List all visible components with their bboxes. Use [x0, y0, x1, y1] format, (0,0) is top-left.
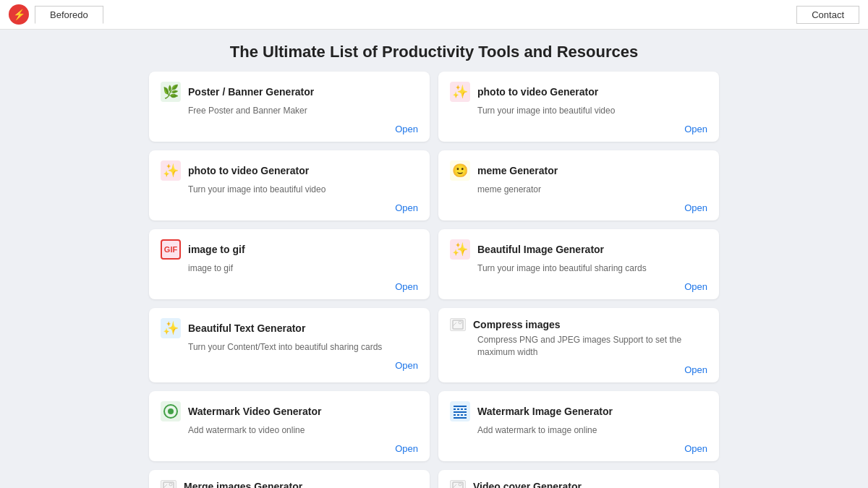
tool-icon-beautiful-text: ✨ [161, 318, 181, 338]
tool-icon-poster-banner: 🌿 [161, 82, 181, 102]
card-title-video-cover: Video cover Generator [473, 481, 582, 488]
tool-card-image-gif: GIF image to gif image to gif Open [149, 229, 430, 299]
svg-point-4 [168, 408, 174, 414]
card-header-watermark-video: Watermark Video Generator [161, 401, 418, 421]
card-open-photo-video-1[interactable]: Open [450, 121, 707, 134]
card-open-meme[interactable]: Open [450, 200, 707, 213]
card-header-photo-video-1: ✨ photo to video Generator [450, 82, 707, 102]
tools-grid: 🌿 Poster / Banner Generator Free Poster … [137, 72, 731, 488]
navbar: ⚡ Beforedo Contact [0, 0, 868, 30]
card-header-image-gif: GIF image to gif [161, 239, 418, 260]
card-title-merge-images: Merge images Generator [184, 481, 302, 488]
card-desc-image-gif: image to gif [161, 262, 418, 275]
card-desc-poster-banner: Free Poster and Banner Maker [161, 105, 418, 118]
card-desc-watermark-image: Add watermark to image online [450, 424, 707, 437]
card-header-watermark-image: Watermark Image Generator [450, 401, 707, 421]
tool-icon-photo-video-1: ✨ [450, 82, 470, 102]
card-title-beautiful-text: Beautiful Text Generator [188, 322, 305, 334]
card-open-beautiful-image[interactable]: Open [450, 278, 707, 292]
card-desc-meme: meme generator [450, 184, 707, 197]
tool-card-beautiful-image: ✨ Beautiful Image Generator Turn your im… [438, 229, 719, 299]
card-title-beautiful-image: Beautiful Image Generator [477, 244, 604, 255]
page-title: The Ultimate List of Productivity Tools … [0, 30, 868, 72]
card-title-watermark-video: Watermark Video Generator [188, 406, 321, 417]
card-header-beautiful-text: ✨ Beautiful Text Generator [161, 318, 418, 338]
tool-card-poster-banner: 🌿 Poster / Banner Generator Free Poster … [149, 72, 430, 142]
tool-card-photo-video-1: ✨ photo to video Generator Turn your ima… [438, 72, 719, 142]
card-open-photo-video-2[interactable]: Open [161, 200, 418, 213]
tool-card-beautiful-text: ✨ Beautiful Text Generator Turn your Con… [149, 308, 430, 382]
card-title-photo-video-2: photo to video Generator [188, 165, 309, 176]
tool-card-video-cover: Video cover Generator Add a thumbnail, c… [438, 470, 719, 488]
nav-tabs: Beforedo [35, 6, 103, 24]
card-title-poster-banner: Poster / Banner Generator [188, 86, 314, 98]
card-open-poster-banner[interactable]: Open [161, 121, 418, 134]
card-header-merge-images: Merge images Generator [161, 480, 418, 488]
tool-icon-meme: 🙂 [450, 160, 470, 181]
card-desc-watermark-video: Add watermark to video online [161, 424, 418, 437]
card-header-beautiful-image: ✨ Beautiful Image Generator [450, 239, 707, 260]
card-open-beautiful-text[interactable]: Open [161, 357, 418, 371]
svg-point-2 [459, 321, 461, 324]
card-title-compress-images: Compress images [473, 319, 561, 330]
card-desc-beautiful-image: Turn your image into beautiful sharing c… [450, 262, 707, 275]
svg-point-15 [459, 483, 461, 486]
card-title-meme: meme Generator [477, 165, 558, 176]
svg-point-12 [169, 483, 172, 486]
nav-contact-button[interactable]: Contact [796, 6, 859, 24]
tool-icon-compress-images [450, 318, 466, 331]
card-header-poster-banner: 🌿 Poster / Banner Generator [161, 82, 418, 102]
logo-icon[interactable]: ⚡ [9, 4, 29, 25]
tool-card-compress-images: Compress images Compress PNG and JPEG im… [438, 308, 719, 382]
tool-card-photo-video-2: ✨ photo to video Generator Turn your ima… [149, 150, 430, 221]
tool-icon-video-cover [450, 480, 466, 488]
card-header-photo-video-2: ✨ photo to video Generator [161, 160, 418, 181]
card-title-photo-video-1: photo to video Generator [477, 86, 598, 98]
card-header-compress-images: Compress images [450, 318, 707, 331]
card-open-image-gif[interactable]: Open [161, 278, 418, 292]
card-desc-beautiful-text: Turn your Content/Text into beautiful sh… [161, 341, 418, 354]
tool-icon-photo-video-2: ✨ [161, 160, 181, 181]
card-title-image-gif: image to gif [188, 244, 245, 255]
tool-card-watermark-video: Watermark Video Generator Add watermark … [149, 391, 430, 461]
tool-icon-watermark-image [450, 401, 470, 421]
nav-tab-beforedo[interactable]: Beforedo [35, 6, 103, 24]
tool-card-watermark-image: Watermark Image Generator Add watermark … [438, 391, 719, 461]
card-open-watermark-image[interactable]: Open [450, 440, 707, 454]
card-desc-photo-video-1: Turn your image into beautiful video [450, 105, 707, 118]
card-header-meme: 🙂 meme Generator [450, 160, 707, 181]
tool-icon-beautiful-image: ✨ [450, 239, 470, 260]
tool-card-merge-images: Merge images Generator combine images in… [149, 470, 430, 488]
tool-card-meme: 🙂 meme Generator meme generator Open [438, 150, 719, 221]
card-open-compress-images[interactable]: Open [450, 361, 707, 375]
card-title-watermark-image: Watermark Image Generator [477, 406, 613, 417]
card-desc-compress-images: Compress PNG and JPEG images Support to … [450, 334, 707, 359]
card-desc-photo-video-2: Turn your image into beautiful video [161, 184, 418, 197]
tool-icon-image-gif: GIF [161, 239, 181, 260]
card-header-video-cover: Video cover Generator [450, 480, 707, 488]
card-open-watermark-video[interactable]: Open [161, 440, 418, 454]
tool-icon-merge-images [161, 480, 176, 488]
tool-icon-watermark-video [161, 401, 181, 421]
